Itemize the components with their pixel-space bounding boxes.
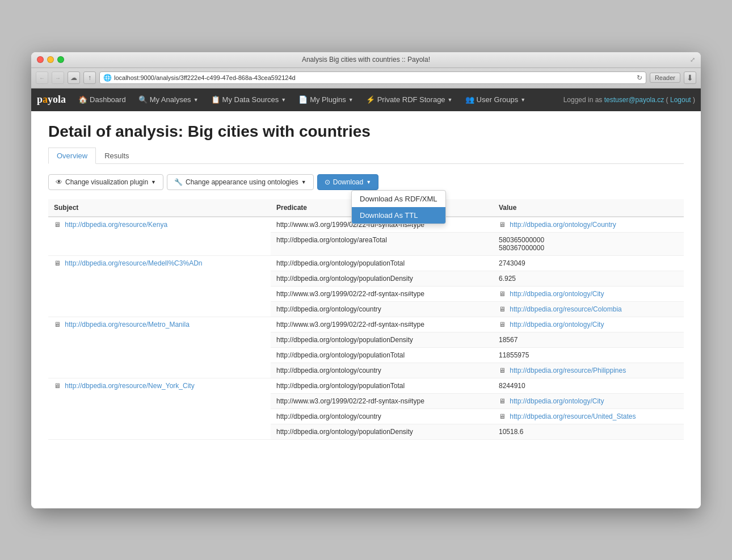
cloud-icon: ☁	[70, 74, 77, 82]
tab-overview[interactable]: Overview	[48, 148, 96, 164]
subject-link[interactable]: http://dbpedia.org/resource/Metro_Manila	[65, 321, 189, 329]
predicate-cell: http://www.w3.org/1999/02/22-rdf-syntax-…	[271, 393, 493, 409]
subject-cell: 🖥 http://dbpedia.org/resource/New_York_C…	[48, 378, 271, 439]
value-cell: 11855975	[493, 347, 684, 363]
home-icon: 🏠	[78, 95, 87, 104]
url-bar[interactable]: 🌐 localhost:9000/analysis/3ff222e4-c499-…	[99, 71, 646, 84]
nav-my-plugins[interactable]: 📄 My Plugins ▼	[293, 92, 359, 107]
user-email-link[interactable]: testuser@payola.cz	[604, 96, 664, 104]
predicate-cell: http://dbpedia.org/ontology/country	[271, 363, 493, 378]
download-icon: ⊙	[325, 178, 330, 186]
value-link[interactable]: http://dbpedia.org/resource/United_State…	[510, 412, 636, 420]
value-link[interactable]: http://dbpedia.org/resource/Colombia	[510, 305, 621, 313]
nav-private-rdf-label: Private RDF Storage	[377, 95, 445, 104]
window-controls	[37, 56, 64, 63]
predicate-cell: http://dbpedia.org/ontology/populationDe…	[271, 424, 493, 439]
rdf-icon: ⚡	[366, 95, 375, 104]
value-link[interactable]: http://dbpedia.org/resource/Philippines	[510, 367, 626, 374]
predicate-cell: http://dbpedia.org/ontology/populationDe…	[271, 332, 493, 347]
subject-link[interactable]: http://dbpedia.org/resource/Medell%C3%AD…	[65, 259, 202, 267]
predicate-cell: http://dbpedia.org/ontology/populationTo…	[271, 347, 493, 363]
url-text: localhost:9000/analysis/3ff222e4-c499-47…	[114, 74, 632, 81]
resource-icon: 🖥	[499, 397, 506, 405]
nav-my-data-sources-label: My Data Sources	[222, 95, 279, 104]
share-button[interactable]: ↑	[83, 71, 96, 84]
main-content: Detail of analysis: Big cities with coun…	[31, 111, 701, 508]
nav-my-analyses[interactable]: 🔍 My Analyses ▼	[133, 92, 204, 107]
ontology-label: Change appearance using ontologies	[186, 178, 298, 186]
navbar: payola 🏠 Dashboard 🔍 My Analyses ▼ 📋 My …	[31, 89, 701, 111]
minimize-button[interactable]	[47, 56, 54, 63]
predicate-cell: http://dbpedia.org/ontology/country	[271, 409, 493, 424]
viz-plugin-button[interactable]: 👁 Change visualization plugin ▼	[48, 174, 163, 190]
download-to-button[interactable]: ⬇	[684, 71, 696, 84]
nav-my-plugins-label: My Plugins	[310, 95, 346, 104]
value-link[interactable]: http://dbpedia.org/ontology/Country	[510, 221, 616, 229]
back-button[interactable]: ←	[36, 71, 48, 84]
value-cell: 🖥 http://dbpedia.org/ontology/City	[493, 286, 684, 301]
tab-results[interactable]: Results	[96, 148, 137, 164]
reader-button[interactable]: Reader	[650, 73, 680, 83]
value-cell: 🖥 http://dbpedia.org/resource/Philippine…	[493, 363, 684, 378]
logout-link[interactable]: Logout	[670, 96, 691, 104]
caret-icon-2: ▼	[281, 97, 286, 103]
download-button[interactable]: ⊙ Download ▼	[317, 174, 378, 190]
resource-icon: 🖥	[499, 305, 506, 313]
value-cell: 🖥 http://dbpedia.org/ontology/Country	[493, 217, 684, 233]
resize-icon[interactable]: ⤢	[690, 56, 695, 64]
predicate-cell: http://dbpedia.org/ontology/country	[271, 301, 493, 317]
logout-paren-close: )	[693, 96, 695, 104]
download-arrow-icon: ⬇	[687, 73, 693, 82]
value-link[interactable]: http://dbpedia.org/ontology/City	[510, 290, 604, 298]
nav-user-groups[interactable]: 👥 User Groups ▼	[460, 92, 532, 107]
value-link[interactable]: http://dbpedia.org/ontology/City	[510, 397, 604, 405]
logged-in-text: Logged in as	[563, 96, 604, 104]
download-label: Download	[333, 178, 363, 186]
download-rdfxml-item[interactable]: Download As RDF/XML	[352, 191, 445, 207]
value-cell: 8244910	[493, 378, 684, 393]
subject-link[interactable]: http://dbpedia.org/resource/Kenya	[65, 221, 167, 229]
predicate-cell: http://dbpedia.org/ontology/populationTo…	[271, 255, 493, 271]
table-row: 🖥 http://dbpedia.org/resource/New_York_C…	[48, 378, 684, 393]
nav-dashboard-label: Dashboard	[90, 95, 126, 104]
cloud-button[interactable]: ☁	[68, 71, 80, 84]
caret-icon-3: ▼	[348, 97, 354, 103]
ontology-button[interactable]: 🔧 Change appearance using ontologies ▼	[167, 174, 314, 190]
value-cell: 🖥 http://dbpedia.org/resource/United_Sta…	[493, 409, 684, 424]
caret-icon-dl: ▼	[366, 179, 371, 185]
nav-my-data-sources[interactable]: 📋 My Data Sources ▼	[205, 92, 292, 107]
value-cell: 580365000000580367000000	[493, 232, 684, 255]
page-title: Detail of analysis: Big cities with coun…	[48, 123, 684, 141]
wrench-icon: 🔧	[174, 178, 183, 186]
subject-cell: 🖥 http://dbpedia.org/resource/Kenya	[48, 217, 271, 256]
value-cell: 6.925	[493, 271, 684, 286]
predicate-cell: http://dbpedia.org/ontology/populationDe…	[271, 271, 493, 286]
logout-paren-open: (	[666, 96, 668, 104]
value-link[interactable]: http://dbpedia.org/ontology/City	[510, 321, 604, 329]
resource-icon: 🖥	[499, 221, 506, 229]
resource-icon: 🖥	[54, 259, 61, 267]
nav-private-rdf[interactable]: ⚡ Private RDF Storage ▼	[360, 92, 458, 107]
browser-window: Analysis Big cities with countries :: Pa…	[31, 52, 701, 508]
maximize-button[interactable]	[57, 56, 64, 63]
resource-icon: 🖥	[54, 321, 61, 329]
results-table: Subject Predicate Value 🖥 http://dbpedia…	[48, 199, 684, 440]
close-button[interactable]	[37, 56, 44, 63]
caret-icon-viz: ▼	[151, 179, 156, 185]
brand-logo: payola	[37, 94, 66, 106]
value-cell: 2743049	[493, 255, 684, 271]
tab-results-label: Results	[104, 151, 129, 160]
download-ttl-item[interactable]: Download As TTL	[352, 207, 445, 224]
table-row: 🖥 http://dbpedia.org/resource/Metro_Mani…	[48, 317, 684, 332]
predicate-cell: http://dbpedia.org/ontology/populationTo…	[271, 378, 493, 393]
nav-dashboard[interactable]: 🏠 Dashboard	[73, 92, 132, 107]
download-rdfxml-label: Download As RDF/XML	[360, 195, 437, 203]
eye-icon: 👁	[56, 178, 62, 186]
resource-icon: 🖥	[499, 412, 506, 420]
refresh-button[interactable]: ↻	[637, 74, 642, 82]
plugin-icon: 📄	[298, 95, 308, 104]
toolbar: 👁 Change visualization plugin ▼ 🔧 Change…	[48, 174, 684, 190]
forward-button[interactable]: →	[52, 71, 64, 84]
value-cell: 🖥 http://dbpedia.org/ontology/City	[493, 317, 684, 332]
subject-link[interactable]: http://dbpedia.org/resource/New_York_Cit…	[65, 382, 194, 390]
